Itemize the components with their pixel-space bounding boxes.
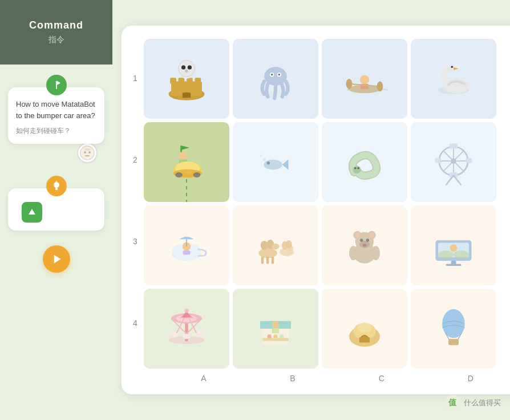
svg-rect-5 [85, 155, 90, 156]
svg-rect-100 [450, 144, 458, 149]
svg-line-105 [454, 175, 462, 185]
cell-2-D [411, 122, 496, 202]
svg-rect-102 [435, 158, 441, 163]
svg-rect-29 [272, 328, 279, 333]
cell-4-D [411, 289, 496, 369]
sidebar: Command 指令 How to move MatataBot to the … [0, 0, 112, 420]
svg-rect-74 [446, 264, 461, 266]
play-button[interactable] [43, 245, 70, 273]
svg-point-72 [450, 244, 457, 252]
svg-point-36 [357, 322, 371, 333]
sidebar-header: Command 指令 [0, 0, 112, 64]
svg-point-84 [175, 172, 183, 177]
watermark-icon: 值 [444, 395, 460, 411]
svg-point-22 [183, 334, 191, 339]
svg-rect-53 [272, 257, 274, 264]
row-label-1: 1 [133, 38, 137, 118]
svg-rect-108 [170, 78, 176, 84]
svg-point-126 [278, 74, 280, 76]
svg-point-7 [54, 182, 59, 188]
svg-marker-78 [182, 146, 190, 150]
row-label-3: 3 [133, 201, 137, 281]
svg-point-75 [438, 251, 454, 259]
sidebar-content: How to move MatataBot to the bumper car … [0, 64, 112, 420]
svg-point-119 [181, 66, 185, 70]
svg-rect-52 [266, 257, 269, 264]
svg-point-25 [184, 309, 188, 313]
svg-point-88 [266, 161, 269, 164]
svg-marker-87 [282, 160, 288, 170]
cell-2-C [322, 122, 407, 202]
question-card-wrapper: How to move MatataBot to the bumper car … [8, 75, 104, 163]
cell-1-D [411, 39, 496, 119]
svg-point-93 [357, 167, 359, 169]
sidebar-title-en: Command [29, 19, 83, 31]
cell-2-B [233, 122, 318, 202]
cell-4-A [144, 289, 229, 369]
sidebar-title-zh: 指令 [48, 35, 64, 45]
cell-1-B [233, 39, 318, 119]
grid-row-2 [142, 120, 510, 204]
svg-point-32 [273, 334, 277, 338]
svg-marker-1 [56, 81, 60, 85]
cell-3-B [233, 205, 318, 285]
svg-rect-111 [195, 78, 201, 84]
row-labels: 4 3 2 1 [133, 37, 142, 383]
svg-point-65 [360, 239, 363, 241]
cell-1-A [144, 39, 229, 119]
svg-rect-37 [359, 337, 370, 342]
svg-marker-10 [29, 209, 35, 215]
svg-rect-103 [466, 158, 472, 163]
svg-point-89 [262, 158, 265, 161]
svg-rect-51 [261, 257, 264, 264]
svg-point-79 [178, 152, 186, 160]
svg-point-90 [260, 155, 262, 157]
main-content: 4 3 2 1 [112, 0, 510, 420]
svg-rect-101 [450, 172, 458, 177]
svg-point-120 [188, 66, 192, 70]
svg-point-76 [454, 251, 469, 259]
grid-row-4 [142, 287, 510, 370]
svg-point-132 [377, 82, 383, 92]
up-arrow-icon[interactable] [22, 202, 42, 223]
svg-point-91 [353, 166, 361, 173]
svg-point-57 [286, 240, 292, 248]
question-card: How to move MatataBot to the bumper car … [8, 87, 104, 144]
svg-marker-11 [54, 255, 60, 263]
question-text-en: How to move MatataBot to the bumper car … [16, 99, 96, 121]
answer-card-wrapper [8, 176, 104, 231]
svg-point-118 [178, 60, 195, 77]
svg-rect-112 [183, 92, 191, 98]
svg-rect-0 [56, 81, 57, 89]
cell-1-C [322, 39, 407, 119]
svg-point-48 [261, 241, 268, 250]
svg-point-2 [80, 146, 94, 160]
svg-rect-8 [55, 188, 58, 190]
watermark: 值 什么值得买 [444, 395, 501, 411]
svg-point-121 [185, 70, 188, 72]
svg-point-31 [267, 334, 271, 338]
row-label-2: 2 [133, 120, 137, 200]
cell-2-A [144, 122, 229, 202]
col-label-D: D [428, 374, 510, 383]
cell-3-C [322, 205, 407, 285]
cell-4-C [322, 289, 407, 369]
question-text-zh: 如何走到碰碰车？ [16, 126, 96, 136]
svg-point-86 [264, 160, 282, 170]
grid-inner: 4 3 2 1 [133, 37, 510, 383]
col-label-C: C [339, 374, 424, 383]
svg-point-69 [371, 246, 379, 260]
grid-row-1 [142, 37, 510, 120]
svg-rect-6 [84, 148, 90, 151]
svg-point-20 [169, 332, 177, 337]
svg-point-128 [360, 75, 369, 84]
flag-icon [46, 75, 67, 95]
grid-row-3 [142, 204, 510, 287]
col-label-A: A [161, 374, 246, 383]
cell-3-A [144, 205, 229, 285]
svg-point-21 [195, 332, 203, 337]
svg-point-131 [346, 79, 352, 89]
svg-point-4 [88, 151, 91, 154]
svg-rect-109 [178, 78, 184, 84]
dashed-connector [186, 179, 187, 202]
